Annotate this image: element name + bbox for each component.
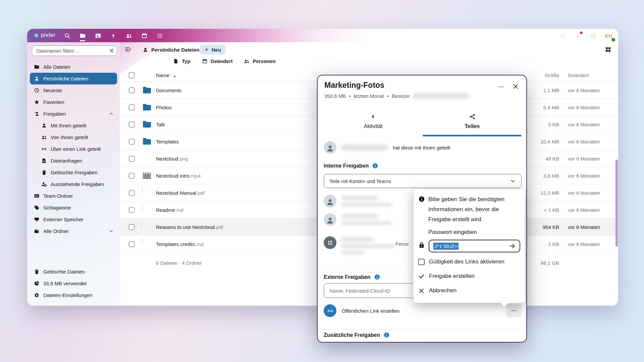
column-size[interactable]: Größe [522, 72, 559, 78]
share-list-item[interactable] [324, 213, 392, 226]
file-size: 49 KB [522, 156, 559, 162]
info-icon[interactable] [383, 332, 390, 338]
share-list-item[interactable] [324, 236, 395, 254]
row-checkbox[interactable] [129, 173, 135, 179]
share-recipient-select[interactable]: Teile mit Konten und Teams [324, 174, 522, 188]
nav-search[interactable] [59, 29, 75, 42]
sidebar-item[interactable]: Freigaben [30, 108, 117, 120]
clear-filter-icon[interactable] [109, 48, 114, 53]
select-all-checkbox[interactable] [129, 72, 135, 78]
row-checkbox[interactable] [129, 139, 135, 144]
row-checkbox[interactable] [129, 241, 135, 247]
sidebar-item[interactable]: Dateien-Einstellungen [30, 289, 117, 301]
filter-chip-label: Geändert [211, 58, 233, 64]
confirm-arrow-icon[interactable] [509, 243, 516, 249]
nav-calendar[interactable] [137, 29, 152, 42]
chevron-down-icon[interactable] [109, 229, 114, 234]
sidebar-item-label: Gelöschte Dateien [43, 269, 85, 275]
sidebar-item[interactable]: Mit Ihnen geteilt [30, 120, 117, 131]
public-link-actions-button[interactable] [506, 304, 522, 317]
sidebar-item[interactable]: Favoriten [30, 96, 117, 108]
plus-icon [204, 47, 209, 52]
file-icon [173, 58, 179, 64]
filter-chip[interactable]: Typ [173, 58, 191, 64]
nav-photos[interactable] [90, 29, 106, 42]
grid-view-toggle[interactable] [605, 46, 611, 53]
row-checkbox[interactable] [129, 207, 135, 213]
nav-tasks[interactable] [152, 29, 167, 42]
row-checkbox[interactable] [129, 87, 135, 93]
file-modified: vor 6 Monaten [559, 224, 610, 230]
external-share-icon [324, 236, 336, 249]
cancel-option[interactable]: Abbrechen [418, 287, 457, 294]
tab-activity[interactable]: Aktivität [324, 108, 423, 135]
sidebar-item-label: Ausstehende Freigaben [51, 181, 104, 187]
cancel-label: Abbrechen [429, 287, 457, 294]
sidebar-item[interactable]: Neueste [30, 84, 117, 96]
pdf-thumbnail [142, 187, 143, 193]
dialog-modified: letzten Monat [354, 93, 384, 99]
sidebar-item[interactable]: Von Ihnen geteilt [30, 131, 117, 143]
notifications-icon[interactable] [575, 33, 581, 39]
filter-chip[interactable]: Personen [244, 58, 275, 64]
scrollbar[interactable] [615, 160, 618, 247]
tab-share[interactable]: Teilen [423, 108, 522, 135]
row-checkbox[interactable] [129, 190, 135, 196]
file-size: 954 KB [522, 224, 559, 230]
nav-contacts[interactable] [121, 29, 137, 42]
sidebar-item[interactable]: Alle Dateien [30, 61, 117, 73]
shared-by-row: hat diese mit Ihnen geteilt [324, 141, 450, 154]
file-size: 10,4 MB [522, 139, 559, 144]
filter-chip[interactable]: Geändert [202, 58, 233, 64]
unified-search-icon[interactable] [560, 33, 566, 39]
dialog-actions-icon[interactable] [498, 83, 504, 90]
popup-notice: Bitte geben Sie die benötigten Informati… [428, 194, 521, 225]
text-thumbnail [142, 238, 143, 244]
expiry-checkbox[interactable] [418, 259, 425, 265]
sidebar-item-label: 33,9 MB verwendet [43, 281, 87, 286]
row-checkbox[interactable] [129, 224, 135, 230]
sidebar-item[interactable]: Ausstehende Freigaben [30, 178, 117, 190]
new-button[interactable]: Neu [200, 45, 225, 55]
total-size: 66,1 GB [522, 260, 559, 266]
breadcrumb[interactable]: Persönliche Dateien [143, 45, 199, 54]
sidebar-item[interactable]: Schlagworte [30, 202, 117, 214]
lightning-icon [370, 113, 377, 120]
dialog-tabs: Aktivität Teilen [324, 108, 522, 135]
create-public-link-row[interactable]: Öffentlichen Link erstellen [324, 304, 522, 317]
sidebar-item[interactable]: Dateianfragen [30, 155, 117, 167]
sidebar-item[interactable]: Team-Ordner [30, 190, 117, 202]
person-icon [143, 47, 148, 53]
row-checkbox[interactable] [129, 105, 135, 110]
sidebar-item[interactable]: Persönliche Dateien [30, 73, 117, 84]
sidebar-item[interactable]: Externer Speicher [30, 214, 117, 225]
sidebar-item[interactable]: Über einen Link geteilt [30, 143, 117, 155]
avatar[interactable]: EH [605, 33, 612, 39]
logo-dot-icon [35, 34, 38, 37]
expiry-option[interactable]: Gültigkeit des Links aktivieren [418, 258, 504, 265]
sidebar-item[interactable]: Alle Ordner [30, 225, 117, 237]
nav-files[interactable] [75, 29, 90, 42]
info-icon[interactable] [372, 163, 378, 169]
sidebar-item[interactable]: Gelöschte Dateien [30, 266, 117, 278]
collapse-sidebar-button[interactable] [124, 46, 131, 53]
nav-activity[interactable] [106, 29, 121, 42]
dialog-close-icon[interactable] [512, 83, 519, 90]
chevron-up-icon[interactable] [109, 111, 114, 116]
apps-icon[interactable] [590, 33, 596, 39]
sidebar-item[interactable]: 33,9 MB verwendet [30, 278, 117, 289]
file-size: 3,8 MB [522, 173, 559, 179]
password-input[interactable]: J^1¨I0UZ= [429, 240, 520, 252]
filter-input[interactable] [32, 46, 117, 56]
row-checkbox[interactable] [129, 122, 135, 127]
sidebar-item-label: Persönliche Dateien [43, 76, 88, 81]
sidebar-item[interactable]: Gelöschte Freigaben [30, 167, 117, 178]
create-share-option[interactable]: Freigabe erstellen [418, 273, 475, 280]
row-checkbox[interactable] [129, 156, 135, 162]
info-icon[interactable] [374, 274, 380, 280]
share-list-item[interactable] [324, 195, 392, 207]
column-modified[interactable]: Geändert [559, 72, 610, 78]
app-logo[interactable]: pixler [35, 32, 56, 39]
folders-icon [34, 228, 40, 234]
file-modified: vor 6 Monaten [559, 122, 610, 127]
